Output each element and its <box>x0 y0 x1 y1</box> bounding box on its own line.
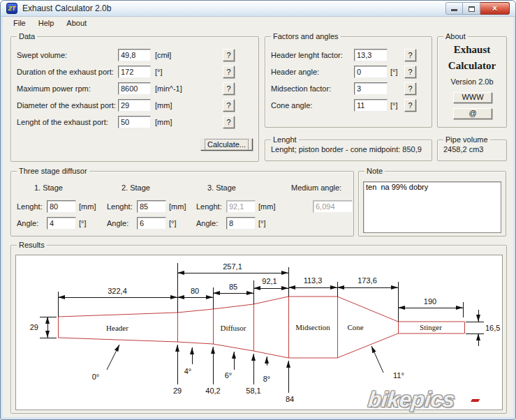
menu-about[interactable]: About <box>60 17 93 31</box>
calculate-button-label: Calculate... <box>205 139 249 151</box>
app-window: 2T Exhaust Calculator 2.0b × File Help A… <box>0 0 516 420</box>
stage2-angle-input[interactable] <box>137 217 166 230</box>
note-group-caption: Note <box>364 167 385 175</box>
pipe-volume-value: 2458,2 cm3 <box>443 145 483 153</box>
dim-stage2-length: 85 <box>229 283 237 291</box>
duration-label: Duration of the exhaust port: <box>17 68 114 76</box>
stage3-angle-unit: [°] <box>258 219 266 227</box>
port-length-unit: [mm] <box>155 118 172 126</box>
midsection-section-label: Midsection <box>295 323 330 331</box>
maximize-icon <box>469 6 475 12</box>
swept-volume-input[interactable] <box>118 49 151 61</box>
www-button[interactable]: WWW <box>453 92 492 103</box>
max-power-rpm-label: Maximum power rpm: <box>17 84 91 93</box>
stage1-angle-unit: [°] <box>79 219 87 227</box>
header-angle-input[interactable] <box>354 66 388 78</box>
menu-bar: File Help About <box>3 17 513 31</box>
port-diameter-help-button[interactable]: ? <box>223 99 235 112</box>
email-button[interactable]: @ <box>453 108 492 119</box>
dim-diffusor-total: 257,1 <box>223 262 242 271</box>
header-section-label: Header <box>106 324 128 332</box>
diameter-stage3-end: 84 <box>286 395 294 403</box>
stage1-length-input[interactable] <box>47 200 76 213</box>
about-group: About Exhaust Calculator Version 2.0b WW… <box>437 36 507 128</box>
header-length-factor-input[interactable] <box>354 49 388 61</box>
factors-group-caption: Factors and angles <box>271 32 341 40</box>
port-length-input[interactable] <box>118 116 151 128</box>
cone-section-label: Cone <box>347 323 363 331</box>
stage3-length-input <box>226 200 256 213</box>
header-length-factor-help-button[interactable]: ? <box>404 49 416 61</box>
dim-cone-length: 173,6 <box>357 276 377 285</box>
midsection-factor-input[interactable] <box>354 82 388 95</box>
app-version: Version 2.0b <box>438 77 506 86</box>
swept-volume-label: Swept volume: <box>17 51 67 59</box>
menu-help[interactable]: Help <box>32 17 61 31</box>
header-angle-unit: [°] <box>390 68 398 76</box>
close-button[interactable]: × <box>480 2 510 15</box>
port-diameter-unit: [mm] <box>155 101 172 110</box>
calculate-button[interactable]: Calculate... <box>200 138 253 151</box>
stage3-length-unit: [mm] <box>258 202 275 211</box>
note-textarea[interactable]: ten na 99% dobry <box>363 181 501 233</box>
window-controls: × <box>445 2 510 15</box>
max-power-rpm-help-button[interactable]: ? <box>223 82 235 95</box>
angle-labels: 0° 4° 6° 8° 11° <box>92 367 404 383</box>
stage2-length-input[interactable] <box>137 200 166 213</box>
dim-inlet-diameter: 29 <box>30 323 38 331</box>
port-length-label: Lenght of the exhaust port: <box>17 118 108 126</box>
window-title: Exhaust Calculator 2.0b <box>22 3 111 13</box>
cone-angle-input[interactable] <box>354 99 388 112</box>
length-group: Lenght Lenght; piston border - cone midp… <box>265 140 432 161</box>
stage1-length-label: Lenght: <box>17 202 43 211</box>
port-diameter-input[interactable] <box>118 99 151 112</box>
port-diameter-label: Diameter of the exhaust port: <box>17 101 116 110</box>
duration-input[interactable] <box>118 66 151 78</box>
results-group-caption: Results <box>17 241 47 249</box>
app-name-line1: Exhaust <box>438 44 506 56</box>
stage3-title: 3. Stage <box>207 183 236 192</box>
length-result-text: Lenght; piston border - cone midpoint: 8… <box>271 145 422 153</box>
max-power-rpm-input[interactable] <box>118 82 151 95</box>
max-power-rpm-unit: [min^-1] <box>155 84 182 93</box>
stage2-title: 2. Stage <box>121 183 150 192</box>
diffusor-section-label: Diffusor <box>220 324 246 332</box>
menu-file[interactable]: File <box>7 17 32 31</box>
data-group-caption: Data <box>17 32 37 40</box>
header-angle-label: Header angle: <box>271 68 319 76</box>
angle-stage2: 6° <box>225 371 233 380</box>
cone-angle-unit: [°] <box>390 101 398 110</box>
cone-angle-help-button[interactable]: ? <box>404 99 416 112</box>
section-labels: Header Diffusor Midsection Cone Stinger <box>106 323 442 332</box>
stage2-angle-unit: [°] <box>169 219 177 227</box>
minimize-icon <box>451 9 457 11</box>
diameter-header-end: 29 <box>173 387 182 395</box>
stage1-angle-input[interactable] <box>47 217 76 230</box>
diameter-pointer-lines <box>177 345 288 393</box>
note-group: Note ten na 99% dobry <box>358 171 506 237</box>
stage1-length-unit: [mm] <box>79 202 96 211</box>
port-length-help-button[interactable]: ? <box>223 116 235 128</box>
dim-stage3-length: 92,1 <box>262 277 277 285</box>
stage2-length-unit: [mm] <box>169 202 186 211</box>
factors-group: Factors and angles Header lenght factor:… <box>265 36 432 128</box>
stage3-angle-label: Angle: <box>196 219 218 227</box>
stage3-length-label: Lenght: <box>196 202 222 211</box>
minimize-button[interactable] <box>445 2 463 15</box>
stage2-angle-label: Angle: <box>107 219 128 227</box>
stage3-angle-input[interactable] <box>226 217 256 230</box>
swept-volume-help-button[interactable]: ? <box>223 49 235 61</box>
diffusor-group-caption: Three stage diffusor <box>17 167 89 175</box>
dim-stinger-diameter: 16,5 <box>485 324 500 332</box>
header-angle-help-button[interactable]: ? <box>404 66 416 78</box>
dim-stage1-length: 80 <box>191 287 199 295</box>
duration-help-button[interactable]: ? <box>223 66 235 78</box>
midsection-factor-help-button[interactable]: ? <box>404 82 416 95</box>
angle-pointer-lines <box>107 345 383 373</box>
stinger-section-label: Stinger <box>420 323 442 331</box>
maximize-button[interactable] <box>463 2 480 15</box>
dim-header-length: 322,4 <box>108 287 127 295</box>
about-group-caption: About <box>443 32 468 40</box>
dim-stinger-length: 190 <box>424 297 436 306</box>
bikepics-watermark: bikepics <box>367 387 509 415</box>
